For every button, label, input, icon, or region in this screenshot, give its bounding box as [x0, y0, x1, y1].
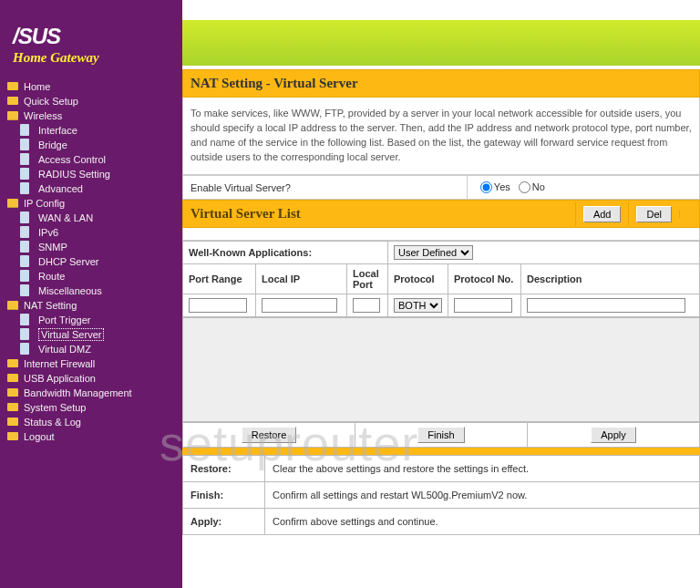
col-protocol-no: Protocol No.: [448, 264, 521, 294]
nav-internet-firewall[interactable]: Internet Firewall: [7, 356, 182, 371]
finish-key: Finish:: [183, 482, 265, 509]
nav-nat-virtual-server[interactable]: Virtual Server: [7, 327, 182, 342]
col-description: Description: [521, 264, 700, 294]
nav-wireless-access-control[interactable]: Access Control: [7, 152, 182, 167]
apply-button[interactable]: Apply: [591, 427, 636, 443]
protocol-select[interactable]: BOTH: [394, 298, 442, 313]
nav-ip-snmp[interactable]: SNMP: [7, 240, 182, 254]
nav-nat-virtual-dmz[interactable]: Virtual DMZ: [7, 342, 182, 356]
entries-list: [182, 317, 700, 422]
apply-text: Confirm above settings and continue.: [265, 509, 700, 535]
enable-label: Enable Virtual Server?: [190, 182, 291, 193]
description-input[interactable]: [527, 298, 685, 313]
brand-subtitle: Home Gateway: [13, 51, 182, 65]
del-button[interactable]: Del: [636, 206, 672, 222]
nav-logout[interactable]: Logout: [7, 429, 182, 444]
nav-home[interactable]: Home: [7, 79, 182, 94]
nav-ip-dhcp[interactable]: DHCP Server: [7, 254, 182, 269]
logo-area: /SUS Home Gateway: [0, 20, 182, 76]
enable-yes-radio[interactable]: [480, 181, 492, 193]
action-row: Restore Finish Apply: [182, 422, 700, 448]
nav-ip-ipv6[interactable]: IPv6: [7, 225, 182, 240]
sidebar: /SUS Home Gateway Home Quick Setup Wirel…: [0, 0, 182, 588]
nav-ip-misc[interactable]: Miscellaneous: [7, 284, 182, 298]
col-protocol: Protocol: [388, 264, 448, 294]
enable-yes-label: Yes: [494, 181, 510, 192]
protocol-no-input[interactable]: [454, 298, 512, 313]
nav-wireless-bridge[interactable]: Bridge: [7, 138, 182, 152]
nav-menu: Home Quick Setup Wireless Interface Brid…: [0, 76, 182, 444]
header-strip: [182, 20, 700, 66]
nav-wireless-interface[interactable]: Interface: [7, 123, 182, 138]
finish-text: Confirm all settings and restart WL500g.…: [265, 482, 700, 509]
divider-strip: [182, 448, 700, 455]
wellknown-select[interactable]: User Defined: [394, 245, 473, 260]
nav-system-setup[interactable]: System Setup: [7, 400, 182, 415]
nav-usb-application[interactable]: USB Application: [7, 371, 182, 386]
input-row: BOTH: [183, 294, 700, 317]
restore-button[interactable]: Restore: [242, 427, 297, 443]
col-port-range: Port Range: [183, 264, 256, 294]
content-area: NAT Setting - Virtual Server To make ser…: [182, 0, 700, 588]
enable-no-radio[interactable]: [519, 181, 530, 193]
nav-wireless-advanced[interactable]: Advanced: [7, 181, 182, 196]
nav-status-log[interactable]: Status & Log: [7, 415, 182, 429]
nav-nat-setting[interactable]: NAT Setting: [7, 298, 182, 313]
nav-wireless-radius[interactable]: RADIUS Setting: [7, 167, 182, 181]
wellknown-label: Well-Known Applications:: [189, 247, 312, 258]
nav-ip-config[interactable]: IP Config: [7, 196, 182, 211]
restore-key: Restore:: [183, 456, 265, 482]
restore-text: Clear the above settings and restore the…: [265, 456, 700, 482]
col-local-ip: Local IP: [256, 264, 347, 294]
nav-wireless[interactable]: Wireless: [7, 108, 182, 123]
brand-logo: /SUS: [13, 26, 182, 47]
local-ip-input[interactable]: [262, 298, 337, 313]
port-range-input[interactable]: [189, 298, 247, 313]
nav-bandwidth-management[interactable]: Bandwidth Management: [7, 386, 182, 400]
nav-ip-wan-lan[interactable]: WAN & LAN: [7, 211, 182, 225]
nav-nat-port-trigger[interactable]: Port Trigger: [7, 313, 182, 327]
enable-no-label: No: [532, 181, 545, 192]
list-header: Virtual Server List Add Del: [182, 200, 700, 228]
nav-quick-setup[interactable]: Quick Setup: [7, 94, 182, 108]
page-title: NAT Setting - Virtual Server: [182, 69, 700, 98]
finish-button[interactable]: Finish: [417, 427, 464, 443]
nav-ip-route[interactable]: Route: [7, 269, 182, 284]
add-button[interactable]: Add: [583, 206, 622, 222]
page-description: To make services, like WWW, FTP, provide…: [182, 98, 700, 175]
list-title: Virtual Server List: [183, 201, 575, 227]
local-port-input[interactable]: [353, 298, 380, 313]
apply-key: Apply:: [183, 509, 265, 535]
col-local-port: Local Port: [347, 264, 388, 294]
